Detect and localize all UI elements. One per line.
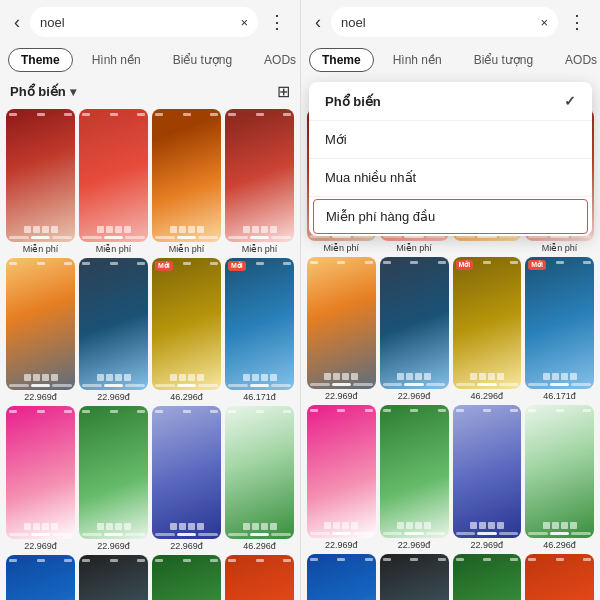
check-icon: ✓: [564, 93, 576, 109]
theme-price: Miễn phí: [324, 243, 360, 253]
theme-thumbnail: [307, 257, 376, 389]
new-badge: Mới: [456, 260, 474, 270]
search-bar: ‹noel×⋮: [0, 0, 300, 44]
left-panel: ‹noel×⋮ThemeHình nềnBiểu tượngAODsPhổ bi…: [0, 0, 300, 600]
theme-item[interactable]: Mới46.171đ: [525, 257, 594, 401]
theme-item[interactable]: Miễn phí: [79, 109, 148, 254]
dropdown-item-0[interactable]: Phổ biến✓: [309, 82, 592, 121]
tab-aods[interactable]: AODs: [251, 48, 300, 72]
search-bar: ‹noel×⋮: [301, 0, 600, 44]
dropdown-item-label: Mua nhiều nhất: [325, 170, 416, 185]
tab-theme[interactable]: Theme: [8, 48, 73, 72]
tab-hình-nền[interactable]: Hình nền: [79, 48, 154, 72]
theme-thumbnail: [6, 406, 75, 539]
theme-item[interactable]: 22.969đ: [380, 554, 449, 600]
theme-price: 22.969đ: [97, 541, 130, 551]
tab-aods[interactable]: AODs: [552, 48, 600, 72]
tab-biểu-tượng[interactable]: Biểu tượng: [461, 48, 546, 72]
search-query: noel: [341, 15, 366, 30]
sort-label: Phổ biến: [10, 84, 66, 99]
theme-item[interactable]: 22.969đ: [79, 258, 148, 403]
theme-item[interactable]: 22.969đ: [453, 405, 522, 549]
tab-biểu-tượng[interactable]: Biểu tượng: [160, 48, 245, 72]
theme-thumbnail: [225, 555, 294, 600]
theme-thumbnail: [380, 554, 449, 600]
theme-price: 46.296đ: [543, 540, 576, 550]
theme-item[interactable]: 22.969đ: [307, 405, 376, 549]
theme-thumbnail: [79, 258, 148, 391]
more-options-button[interactable]: ⋮: [564, 9, 590, 35]
theme-item[interactable]: 46.296đ: [525, 405, 594, 549]
theme-thumbnail: [525, 554, 594, 600]
search-input-wrap[interactable]: noel×: [331, 7, 558, 37]
theme-item[interactable]: 46.296đ: [525, 554, 594, 600]
clear-search-button[interactable]: ×: [540, 15, 548, 30]
theme-item[interactable]: Mới46.171đ: [225, 258, 294, 403]
theme-price: Miễn phí: [242, 244, 278, 254]
theme-item[interactable]: Miễn phí: [6, 109, 75, 254]
theme-item[interactable]: 22.969đ: [6, 406, 75, 551]
theme-thumbnail: [453, 405, 522, 537]
theme-thumbnail: [307, 554, 376, 600]
theme-item[interactable]: 46.296đ: [453, 554, 522, 600]
theme-thumbnail: [152, 406, 221, 539]
search-input-wrap[interactable]: noel×: [30, 7, 258, 37]
theme-thumbnail: [79, 406, 148, 539]
theme-item[interactable]: 22.969đ: [6, 258, 75, 403]
more-options-button[interactable]: ⋮: [264, 9, 290, 35]
theme-item[interactable]: 46.296đ: [152, 555, 221, 600]
theme-item[interactable]: 22.969đ: [307, 257, 376, 401]
theme-thumbnail: [225, 406, 294, 539]
theme-price: 22.969đ: [398, 391, 431, 401]
tab-hình-nền[interactable]: Hình nền: [380, 48, 455, 72]
right-panel: ‹noel×⋮ThemeHình nềnBiểu tượngAODsPhổ bi…: [300, 0, 600, 600]
sort-chevron-icon: ▾: [70, 85, 76, 99]
dropdown-item-label: Phổ biến: [325, 94, 381, 109]
theme-item[interactable]: 22.969đ: [307, 554, 376, 600]
theme-item[interactable]: 22.969đ: [79, 406, 148, 551]
theme-item[interactable]: 46.296đ: [225, 406, 294, 551]
tab-theme[interactable]: Theme: [309, 48, 374, 72]
theme-thumbnail: [525, 405, 594, 537]
theme-item[interactable]: 22.969đ: [380, 405, 449, 549]
theme-thumbnail: Mới: [453, 257, 522, 389]
back-button[interactable]: ‹: [10, 10, 24, 35]
theme-price: 22.969đ: [170, 541, 203, 551]
theme-thumbnail: [152, 109, 221, 242]
theme-price: Miễn phí: [23, 244, 59, 254]
theme-thumbnail: Mới: [152, 258, 221, 391]
theme-thumbnail: Mới: [225, 258, 294, 391]
new-badge: Mới: [228, 261, 246, 271]
theme-item[interactable]: 22.969đ: [152, 406, 221, 551]
grid-toggle-button[interactable]: ⊞: [277, 82, 290, 101]
theme-item[interactable]: 22.969đ: [79, 555, 148, 600]
theme-item[interactable]: 46.296đ: [225, 555, 294, 600]
dropdown-item-1[interactable]: Mới: [309, 121, 592, 159]
theme-price: 22.969đ: [325, 391, 358, 401]
theme-item[interactable]: 22.969đ: [380, 257, 449, 401]
search-query: noel: [40, 15, 65, 30]
theme-item[interactable]: Miễn phí: [152, 109, 221, 254]
theme-thumbnail: [6, 258, 75, 391]
theme-price: 22.969đ: [398, 540, 431, 550]
theme-thumbnail: [225, 109, 294, 242]
theme-thumbnail: Mới: [525, 257, 594, 389]
back-button[interactable]: ‹: [311, 10, 325, 35]
theme-thumbnail: [79, 109, 148, 242]
theme-price: Miễn phí: [169, 244, 205, 254]
theme-thumbnail: [307, 405, 376, 537]
themes-grid: Miễn phíMiễn phíMiễn phíMiễn phí22.969đ2…: [0, 105, 300, 600]
theme-price: Miễn phí: [396, 243, 432, 253]
theme-item[interactable]: 22.969đ: [6, 555, 75, 600]
theme-item[interactable]: Mới46.296đ: [152, 258, 221, 403]
theme-item[interactable]: Mới46.296đ: [453, 257, 522, 401]
clear-search-button[interactable]: ×: [240, 15, 248, 30]
dropdown-item-2[interactable]: Mua nhiều nhất: [309, 159, 592, 197]
theme-thumbnail: [79, 555, 148, 600]
theme-thumbnail: [380, 257, 449, 389]
theme-price: 22.969đ: [325, 540, 358, 550]
dropdown-item-3[interactable]: Miễn phí hàng đầu: [313, 199, 588, 234]
theme-thumbnail: [380, 405, 449, 537]
theme-item[interactable]: Miễn phí: [225, 109, 294, 254]
sort-button[interactable]: Phổ biến▾: [10, 84, 76, 99]
